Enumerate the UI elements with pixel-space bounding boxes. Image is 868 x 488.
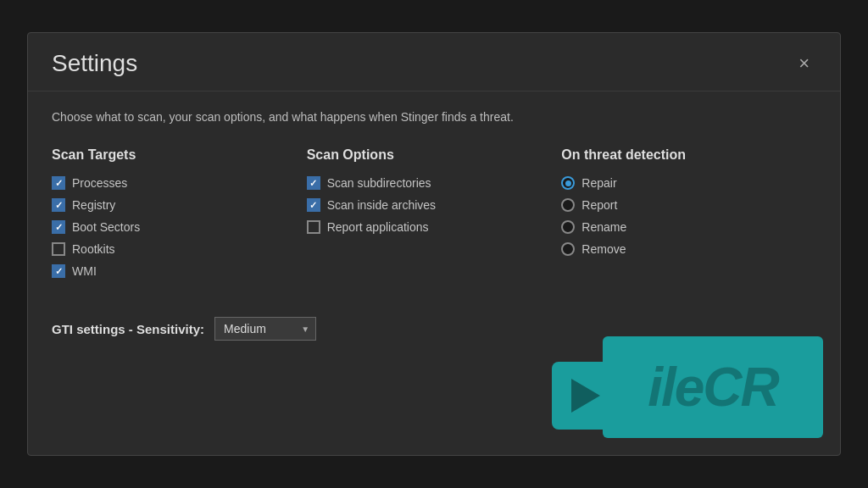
option-label: Scan subdirectories [327, 176, 431, 190]
threat-detection-items: RepairReportRenameRemove [561, 176, 816, 256]
radio-repair[interactable] [561, 176, 575, 190]
columns-container: Scan Targets ProcessesRegistryBoot Secto… [52, 147, 816, 286]
settings-dialog: Settings × Choose what to scan, your sca… [27, 32, 841, 456]
option-label: Remove [581, 242, 626, 256]
option-label: Registry [72, 198, 115, 212]
checkbox-wmi[interactable] [52, 264, 65, 278]
radio-remove[interactable] [561, 242, 575, 256]
scan-target-item[interactable]: Processes [52, 176, 307, 190]
option-label: Rootkits [72, 242, 115, 256]
checkbox-report-applications[interactable] [307, 220, 320, 234]
dialog-body: Choose what to scan, your scan options, … [28, 92, 840, 364]
scan-targets-column: Scan Targets ProcessesRegistryBoot Secto… [52, 147, 307, 286]
radio-rename[interactable] [561, 220, 575, 234]
option-label: Boot Sectors [72, 220, 140, 234]
option-label: Report applications [327, 220, 429, 234]
radio-report[interactable] [561, 198, 575, 212]
option-label: Rename [581, 220, 626, 234]
dialog-title: Settings [52, 50, 137, 77]
close-button[interactable]: × [792, 51, 816, 76]
threat-option-item[interactable]: Remove [561, 242, 816, 256]
option-label: Repair [581, 176, 616, 190]
threat-option-item[interactable]: Report [561, 198, 816, 212]
gti-select-wrapper[interactable]: LowMediumHighVery High [214, 317, 316, 341]
checkbox-rootkits[interactable] [52, 242, 65, 256]
scan-option-item[interactable]: Scan subdirectories [307, 176, 562, 190]
scan-targets-items: ProcessesRegistryBoot SectorsRootkitsWMI [52, 176, 307, 278]
checkbox-registry[interactable] [52, 198, 65, 212]
option-label: Scan inside archives [327, 198, 436, 212]
scan-options-items: Scan subdirectoriesScan inside archivesR… [307, 176, 562, 234]
option-label: Report [581, 198, 617, 212]
scan-targets-title: Scan Targets [52, 147, 307, 163]
gti-label: GTI settings - Sensitivity: [52, 322, 204, 336]
dialog-header: Settings × [28, 33, 840, 92]
watermark-icon-shape [571, 379, 600, 413]
threat-detection-title: On threat detection [561, 147, 816, 163]
checkbox-scan-subdirectories[interactable] [307, 176, 320, 190]
scan-options-title: Scan Options [307, 147, 562, 163]
threat-option-item[interactable]: Rename [561, 220, 816, 234]
watermark-icon [552, 362, 620, 430]
checkbox-scan-inside-archives[interactable] [307, 198, 320, 212]
option-label: WMI [72, 264, 97, 278]
checkbox-boot-sectors[interactable] [52, 220, 65, 234]
scan-options-column: Scan Options Scan subdirectoriesScan ins… [307, 147, 562, 286]
description-text: Choose what to scan, your scan options, … [52, 110, 816, 124]
scan-target-item[interactable]: Registry [52, 198, 307, 212]
scan-option-item[interactable]: Report applications [307, 220, 562, 234]
gti-settings-row: GTI settings - Sensitivity: LowMediumHig… [52, 317, 816, 341]
checkbox-processes[interactable] [52, 176, 65, 190]
gti-sensitivity-select[interactable]: LowMediumHighVery High [214, 317, 316, 341]
scan-target-item[interactable]: Boot Sectors [52, 220, 307, 234]
option-label: Processes [72, 176, 127, 190]
threat-detection-column: On threat detection RepairReportRenameRe… [561, 147, 816, 286]
scan-option-item[interactable]: Scan inside archives [307, 198, 562, 212]
scan-target-item[interactable]: Rootkits [52, 242, 307, 256]
threat-option-item[interactable]: Repair [561, 176, 816, 190]
watermark-text: ileCR [648, 356, 778, 419]
scan-target-item[interactable]: WMI [52, 264, 307, 278]
